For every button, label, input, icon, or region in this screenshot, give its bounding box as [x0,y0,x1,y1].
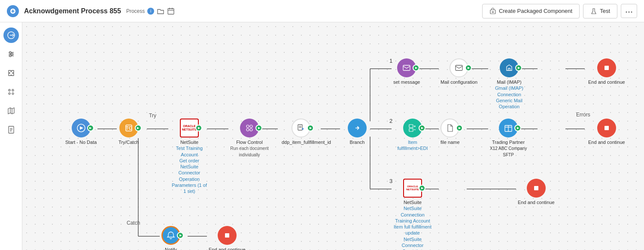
svg-point-8 [626,12,627,13]
b2-filename-label: file name [440,139,460,145]
branch-label: Branch [350,139,365,145]
catch-end-node[interactable]: End and continue [209,226,246,250]
sliders-icon [7,50,15,58]
flow-icon [7,31,15,40]
process-canvas[interactable]: Try Catch Errors Start - No Data [22,22,644,250]
branch1-mail-config-node[interactable]: Mail configuration [440,58,477,85]
trycatch-out-connector [135,125,142,131]
sidebar-item-grid[interactable] [3,84,19,100]
ddp-out-connector [307,125,314,131]
stop-icon-catch [218,226,237,245]
b1-mailconfig-out [465,64,472,71]
header: Acknowdgement Process 855 Process i Cr [0,0,644,22]
svg-rect-70 [605,126,609,130]
svg-rect-64 [605,66,609,70]
svg-point-10 [631,12,632,13]
map-icon [7,107,15,115]
svg-text:TC: TC [126,126,131,131]
netsuite1-out-connector [195,125,202,131]
info-icon[interactable]: i [147,8,154,15]
mail-config-icon [454,63,464,73]
b1-mail-imap-label: Mail (IMAP) Gmail (IMAP) Connection Gene… [490,79,529,110]
ellipsis-icon [626,11,632,13]
stop-icon-1 [597,58,616,77]
svg-point-19 [12,89,14,91]
flow-control-icon [245,123,254,133]
b2-trading-out [514,125,521,131]
sidebar-item-settings[interactable] [3,46,19,62]
ddp-icon [296,123,306,133]
branch2-trading-partner-node[interactable]: Trading Partner X12 ABC Company SFTP [490,119,527,158]
ddp-node[interactable]: ddp_item_fullfillment_id [282,119,320,145]
netsuite-node-1[interactable]: ORACLENETSUITE NetSuite Test Training Ac… [170,119,209,195]
svg-rect-66 [409,128,413,131]
test-button[interactable]: Test [583,4,617,18]
connector-lines [22,22,644,250]
try-catch-node[interactable]: TC Try/Catch [118,119,139,145]
process-badge: Process i [126,7,175,15]
branch2-item-edi-node[interactable]: Item fulfillment>EDI [393,119,432,152]
start-node[interactable]: Start - No Data [65,119,97,145]
b1-end-label: End and continue [588,79,625,85]
b2-edi-out [419,125,425,131]
branch3-netsuite-node[interactable]: ORACLENETSUITE NetSuite NetSuite Connect… [393,179,432,250]
svg-point-16 [11,53,13,55]
svg-point-21 [12,93,14,95]
b2-item-edi-label: Item fulfillment>EDI [393,139,432,152]
header-left: Acknowdgement Process 855 Process i [7,5,175,17]
b1-set-message-label: set message [393,79,420,85]
b2-filename-out [456,125,463,131]
doc-icon [7,125,15,134]
sidebar-item-flow[interactable] [3,27,19,43]
branch1-set-message-node[interactable]: set message [393,58,420,85]
branch-node[interactable]: Branch [348,119,367,145]
sidebar-item-doc[interactable] [3,122,19,137]
svg-rect-63 [456,65,462,70]
calendar-icon[interactable] [167,7,175,15]
svg-point-9 [629,12,630,13]
branch-icon [348,119,367,137]
try-label: Try [149,113,156,119]
svg-rect-65 [409,125,413,128]
svg-point-17 [9,55,11,57]
b3-end-label: End and continue [518,199,555,205]
netsuite-1-label: NetSuite Test Training Account Get order… [170,139,209,195]
create-packaged-component-button[interactable]: Create Packaged Component [482,4,580,18]
catch-label: Catch [127,220,140,226]
branch-number-1: 1 [389,58,392,64]
b1-imap-out [515,64,522,71]
branch1-mail-imap-node[interactable]: Mail (IMAP) Gmail (IMAP) Connection Gene… [490,58,529,110]
b3-netsuite-label: NetSuite NetSuite Connection Training Ac… [393,199,432,250]
branch2-end-node[interactable]: End and continue [588,119,625,145]
branch1-end-node[interactable]: End and continue [588,58,625,85]
more-options-button[interactable] [621,4,637,18]
svg-point-20 [9,93,10,95]
folder-icon[interactable] [157,7,164,15]
ddp-label: ddp_item_fullfillment_id [282,139,320,145]
start-icon [76,123,86,133]
branch3-end-node[interactable]: End and continue [518,179,555,205]
errors-label: Errors [576,112,590,118]
svg-point-54 [246,125,249,128]
stop-icon-2 [597,119,616,137]
flow-control-node[interactable]: Flow Control Run each document individua… [230,119,269,158]
notify-node[interactable]: Notify [161,226,180,250]
branch-number-3: 3 [389,178,392,184]
sidebar-item-map[interactable] [3,103,19,119]
b2-end-label: End and continue [588,139,625,145]
svg-point-55 [250,125,252,128]
svg-point-0 [12,10,14,12]
app-logo [7,5,19,17]
svg-point-72 [170,233,171,234]
b1-mail-config-label: Mail configuration [440,79,477,85]
svg-point-56 [246,128,249,131]
b3-netsuite-out [419,185,425,192]
svg-point-15 [9,52,11,53]
b2-trading-partner-label: Trading Partner X12 ABC Company SFTP [490,139,527,158]
sidebar-item-puzzle[interactable] [3,65,19,81]
start-label: Start - No Data [65,139,97,145]
branch2-filename-node[interactable]: file name [440,119,460,145]
package-icon [489,8,496,15]
flow-control-label: Flow Control Run each document individua… [230,139,269,158]
flowcontrol-out-connector [255,125,262,131]
